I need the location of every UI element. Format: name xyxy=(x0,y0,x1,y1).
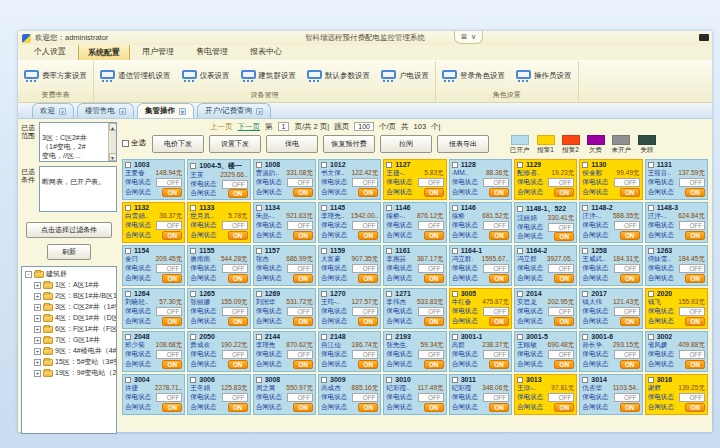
room-checkbox[interactable] xyxy=(321,205,327,211)
switch-on-button[interactable]: ON xyxy=(620,403,640,412)
power-keep-toggle[interactable]: OFF xyxy=(548,178,574,187)
room-checkbox[interactable] xyxy=(517,248,523,254)
switch-on-button[interactable]: ON xyxy=(358,188,378,197)
room-checkbox[interactable] xyxy=(190,377,196,383)
room-card[interactable]: 1129配修者..19.23元保电状态OFF合闸状态ON xyxy=(514,159,577,200)
expand-icon[interactable]: + xyxy=(34,326,41,333)
room-card[interactable]: 1146徐桥681.52元保电状态OFF合闸状态ON xyxy=(449,202,512,243)
room-checkbox[interactable] xyxy=(190,291,196,297)
switch-on-button[interactable]: ON xyxy=(685,188,705,197)
power-keep-toggle[interactable]: OFF xyxy=(483,307,509,316)
room-card[interactable]: 1269刘国华531.72元保电状态OFF合闸状态ON xyxy=(253,288,316,329)
room-checkbox[interactable] xyxy=(321,377,327,383)
room-card[interactable]: 3016谢辉139.25元保电状态OFF合闸状态ON xyxy=(645,374,708,415)
power-keep-toggle[interactable]: OFF xyxy=(222,350,248,359)
room-checkbox[interactable] xyxy=(582,205,588,211)
selected-condition-listbox[interactable]: 断网表，已开户表。 xyxy=(39,166,117,212)
room-card[interactable]: 1127王捷-..5.83元保电状态OFF合闸状态ON xyxy=(383,159,446,200)
room-checkbox[interactable] xyxy=(256,248,262,254)
menu-item-2[interactable]: 系统配置 xyxy=(78,44,130,60)
room-card[interactable]: 1157张杰686.99元保电状态OFF合闸状态ON xyxy=(253,245,316,286)
room-card[interactable]: 1164-2冯立群3927.05..保电状态OFF合闸状态ON xyxy=(514,245,577,286)
prev-page-link[interactable]: 上一页 xyxy=(210,122,233,132)
power-keep-toggle[interactable]: OFF xyxy=(418,264,444,273)
room-checkbox[interactable] xyxy=(256,377,262,383)
switch-on-button[interactable]: ON xyxy=(685,231,705,240)
switch-on-button[interactable]: ON xyxy=(293,360,313,369)
tab-close-icon[interactable]: × xyxy=(59,108,66,115)
switch-on-button[interactable]: ON xyxy=(620,188,640,197)
room-checkbox[interactable] xyxy=(386,291,392,297)
room-card[interactable]: 1161李惠芸367.17元保电状态OFF合闸状态ON xyxy=(383,245,446,286)
expand-icon[interactable]: + xyxy=(34,315,41,322)
power-keep-toggle[interactable]: OFF xyxy=(483,221,509,230)
switch-on-button[interactable]: ON xyxy=(554,403,574,412)
refresh-button[interactable]: 刷新 xyxy=(47,244,91,260)
power-keep-toggle[interactable]: OFF xyxy=(287,307,313,316)
power-keep-toggle[interactable]: OFF xyxy=(679,264,705,273)
room-checkbox[interactable] xyxy=(452,377,458,383)
room-checkbox[interactable] xyxy=(386,377,392,383)
room-card[interactable]: 3010纪彩霞..117.49元保电状态OFF合闸状态ON xyxy=(383,374,446,415)
power-keep-toggle[interactable]: OFF xyxy=(418,307,444,316)
room-card[interactable]: 2193张先生.59.34元保电状态OFF合闸状态ON xyxy=(383,331,446,372)
room-checkbox[interactable] xyxy=(386,162,392,168)
room-checkbox[interactable] xyxy=(648,205,654,211)
room-checkbox[interactable] xyxy=(517,334,523,340)
switch-on-button[interactable]: ON xyxy=(489,317,509,326)
room-card[interactable]: 1145李瑾先..1542.00..保电状态OFF合闸状态ON xyxy=(318,202,381,243)
scroll-down-icon[interactable]: ▼ xyxy=(109,153,117,161)
room-checkbox[interactable] xyxy=(648,291,654,297)
room-checkbox[interactable] xyxy=(582,377,588,383)
room-card[interactable]: 3004许捷2278.71..保电状态OFF合闸状态ON xyxy=(122,374,185,415)
room-card[interactable]: 1148-2汪洋-..588.35元保电状态OFF合闸状态ON xyxy=(579,202,642,243)
room-card[interactable]: 1263侍妹雪..184.45元保电状态OFF合闸状态ON xyxy=(645,245,708,286)
room-card[interactable]: 1004-5、楼一王英2329.66..保电状态OFF合闸状态ON xyxy=(187,159,250,200)
room-checkbox[interactable] xyxy=(648,248,654,254)
switch-on-button[interactable]: ON xyxy=(293,403,313,412)
ribbon-button[interactable]: 通信管理机设置 xyxy=(100,70,171,83)
jump-page-link[interactable]: 跳页 xyxy=(334,122,349,132)
room-card[interactable]: 2144李瑾先870.62元保电状态OFF合闸状态ON xyxy=(253,331,316,372)
switch-on-button[interactable]: ON xyxy=(424,231,444,240)
expand-icon[interactable]: + xyxy=(34,359,41,366)
power-keep-toggle[interactable]: OFF xyxy=(287,393,313,402)
switch-on-button[interactable]: ON xyxy=(228,403,248,412)
switch-on-button[interactable]: ON xyxy=(424,360,444,369)
room-card[interactable]: 1164-1冯立群.1595.67..保电状态OFF合闸状态ON xyxy=(449,245,512,286)
ribbon-button[interactable]: 户电设置 xyxy=(381,70,429,83)
power-keep-toggle[interactable]: OFF xyxy=(352,264,378,273)
room-checkbox[interactable] xyxy=(190,334,196,340)
tab-4[interactable]: 开户/记费查询× xyxy=(197,103,271,118)
room-card[interactable]: 1134朱品-..921.63元保电状态OFF合闸状态ON xyxy=(253,202,316,243)
room-card[interactable]: 1148-1、522沈丽娟330.41元保电状态OFF合闸状态ON xyxy=(514,202,577,243)
tab-close-icon[interactable]: × xyxy=(119,108,126,115)
tree-item[interactable]: +19区：9#变电站（2#… xyxy=(34,368,116,378)
tab-close-icon[interactable]: × xyxy=(256,108,263,115)
room-checkbox[interactable] xyxy=(125,291,131,297)
room-card[interactable]: 2048郑少菊108.68元保电状态OFF合闸状态ON xyxy=(122,331,185,372)
action-button-4[interactable]: 恢复预付费 xyxy=(323,135,375,153)
power-keep-toggle[interactable]: OFF xyxy=(548,264,574,273)
power-keep-toggle[interactable]: OFF xyxy=(548,350,574,359)
room-card[interactable]: 1148-3汪洋-..624.84元保电状态OFF合闸状态ON xyxy=(645,202,708,243)
room-checkbox[interactable] xyxy=(582,291,588,297)
tab-2[interactable]: 楼管售电× xyxy=(77,103,134,118)
power-keep-toggle[interactable]: OFF xyxy=(614,350,640,359)
page-number-input[interactable]: 1 xyxy=(278,122,290,131)
action-button-1[interactable]: 电价下发 xyxy=(152,135,204,153)
room-checkbox[interactable] xyxy=(125,334,131,340)
listbox-scrollbar[interactable]: ▲ ▼ xyxy=(108,123,116,161)
switch-on-button[interactable]: ON xyxy=(293,231,313,240)
switch-on-button[interactable]: ON xyxy=(228,317,248,326)
room-checkbox[interactable] xyxy=(321,248,327,254)
room-checkbox[interactable] xyxy=(582,248,588,254)
switch-on-button[interactable]: ON xyxy=(162,317,182,326)
expand-icon[interactable]: + xyxy=(34,304,41,311)
power-keep-toggle[interactable]: OFF xyxy=(418,350,444,359)
switch-on-button[interactable]: ON xyxy=(162,274,182,283)
room-checkbox[interactable] xyxy=(321,291,327,297)
room-card[interactable]: 2017钱大伟121.43元保电状态OFF合闸状态ON xyxy=(579,288,642,329)
switch-on-button[interactable]: ON xyxy=(162,403,182,412)
room-card[interactable]: 3009高成杰885.16元保电状态OFF合闸状态ON xyxy=(318,374,381,415)
